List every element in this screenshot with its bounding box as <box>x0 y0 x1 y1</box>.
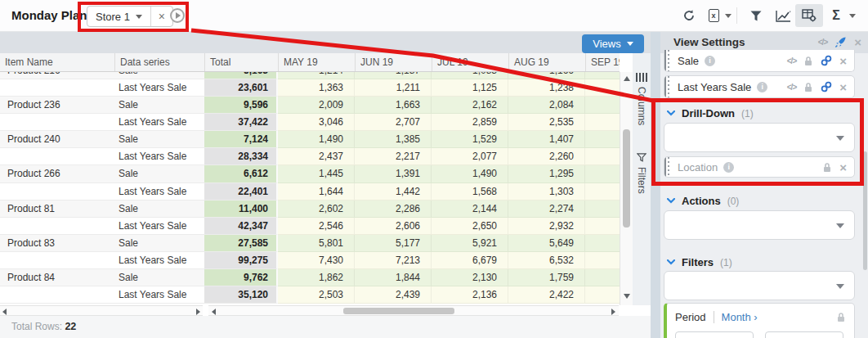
month-cell-clipped[interactable] <box>585 165 620 183</box>
month-cell[interactable]: 5,921 <box>432 235 508 252</box>
link-icon[interactable] <box>821 55 832 66</box>
column-header-total[interactable]: Total <box>204 53 278 71</box>
item-name-cell[interactable] <box>0 252 114 269</box>
month-cell[interactable]: 2,546 <box>278 218 355 235</box>
scroll-down-arrow[interactable] <box>624 294 630 299</box>
filters-dropdown[interactable] <box>664 271 855 300</box>
total-cell[interactable]: 9,596 <box>204 97 278 114</box>
tab-columns[interactable]: Columns <box>636 73 647 125</box>
month-cell[interactable]: 1,391 <box>355 165 432 183</box>
month-cell[interactable]: 1,211 <box>355 79 432 97</box>
month-cell-clipped[interactable] <box>585 79 620 97</box>
lock-icon[interactable] <box>822 162 832 173</box>
drill-down-dropdown[interactable] <box>664 123 855 152</box>
actions-dropdown[interactable] <box>664 210 855 240</box>
refresh-button[interactable] <box>679 0 699 31</box>
data-series-cell[interactable]: Last Years Sale <box>114 183 204 201</box>
month-cell[interactable]: 2,859 <box>432 114 508 131</box>
month-cell[interactable]: 2,217 <box>355 148 432 165</box>
month-cell[interactable]: 2,009 <box>278 97 355 114</box>
month-cell[interactable]: 1,844 <box>355 269 432 286</box>
item-name-cell[interactable]: Product 240 <box>0 131 114 148</box>
month-cell-clipped[interactable] <box>585 269 620 286</box>
total-cell[interactable]: 99,275 <box>204 252 278 269</box>
data-series-cell[interactable]: Last Years Sale <box>114 114 204 131</box>
lock-icon[interactable] <box>803 82 813 92</box>
lock-icon[interactable] <box>836 312 846 322</box>
field-last-years-sale[interactable]: Last Years Sale i </> × <box>664 75 855 98</box>
total-cell[interactable]: 23,601 <box>204 79 278 97</box>
close-icon[interactable]: × <box>854 36 861 48</box>
month-cell-clipped[interactable] <box>585 218 620 235</box>
month-cell[interactable]: 2,136 <box>432 286 508 304</box>
data-series-cell[interactable]: Sale <box>114 97 204 114</box>
item-name-cell[interactable] <box>0 218 114 235</box>
horizontal-scrollbar-frozen[interactable] <box>0 305 203 316</box>
field-sale[interactable]: Sale i </> × <box>664 50 855 72</box>
scroll-left-arrow[interactable] <box>212 309 216 315</box>
drag-handle-icon[interactable] <box>664 76 672 97</box>
remove-icon[interactable]: × <box>839 161 847 174</box>
filter-period[interactable]: Period Month › -5 12 <box>664 303 855 338</box>
month-cell-clipped[interactable] <box>585 235 620 252</box>
month-cell[interactable]: 1,125 <box>432 79 508 97</box>
month-cell-clipped[interactable] <box>585 148 620 165</box>
month-cell-clipped[interactable] <box>585 201 620 218</box>
item-name-cell[interactable]: Product 216 <box>0 72 114 79</box>
month-cell[interactable]: 2,439 <box>355 286 432 304</box>
month-cell[interactable]: 1,442 <box>355 183 432 201</box>
panel-edge[interactable] <box>651 31 660 338</box>
month-cell-clipped[interactable] <box>585 286 620 304</box>
month-cell[interactable]: 2,606 <box>355 218 432 235</box>
total-cell[interactable]: 22,401 <box>204 183 278 201</box>
table-settings-button[interactable] <box>795 4 823 27</box>
month-cell[interactable]: 2,422 <box>508 286 585 304</box>
drill-down-item-location[interactable]: Location i × <box>664 156 855 178</box>
total-cell[interactable]: 11,400 <box>204 201 278 218</box>
aggregate-menu-caret[interactable] <box>847 0 858 31</box>
month-cell[interactable]: 1,644 <box>278 183 355 201</box>
scrollbar-thumb[interactable] <box>623 129 630 228</box>
month-cell[interactable]: 2,260 <box>508 148 585 165</box>
section-actions[interactable]: Actions (0) <box>667 195 739 207</box>
remove-icon[interactable]: × <box>839 81 847 93</box>
month-cell[interactable]: 7,430 <box>278 252 355 269</box>
column-header-aug-19[interactable]: AUG 19 <box>508 53 585 71</box>
month-cell[interactable]: 7,213 <box>355 252 432 269</box>
month-cell[interactable]: 1,166 <box>508 72 585 79</box>
vertical-scrollbar[interactable] <box>620 72 633 305</box>
scroll-right-arrow[interactable] <box>611 309 615 315</box>
month-cell[interactable]: 6,532 <box>508 252 585 269</box>
month-cell[interactable]: 1,529 <box>432 131 508 148</box>
info-icon[interactable]: i <box>723 162 734 173</box>
total-cell[interactable]: 5,163 <box>204 72 278 79</box>
column-header-item-name[interactable]: Item Name <box>0 53 114 71</box>
total-cell[interactable]: 42,347 <box>204 218 278 235</box>
export-excel-button[interactable]: x <box>705 0 723 31</box>
views-button[interactable]: Views <box>582 34 644 53</box>
month-cell[interactable]: 5,177 <box>355 235 432 252</box>
month-cell[interactable]: 1,759 <box>508 269 585 286</box>
month-cell[interactable]: 2,130 <box>432 269 508 286</box>
month-cell-clipped[interactable] <box>585 72 620 79</box>
tab-filters[interactable]: Filters <box>636 153 647 194</box>
data-series-cell[interactable]: Sale <box>114 131 204 148</box>
month-cell[interactable]: 1,295 <box>508 165 585 183</box>
data-series-cell[interactable]: Sale <box>114 165 204 183</box>
lock-icon[interactable] <box>803 56 813 66</box>
month-cell[interactable]: 1,862 <box>278 269 355 286</box>
total-cell[interactable]: 9,762 <box>204 269 278 286</box>
item-name-cell[interactable]: Product 266 <box>0 165 114 183</box>
month-cell[interactable]: 1,407 <box>508 131 585 148</box>
month-cell[interactable]: 2,084 <box>508 97 585 114</box>
item-name-cell[interactable] <box>0 79 114 97</box>
month-cell[interactable]: 5,649 <box>508 235 585 252</box>
month-cell[interactable]: 6,679 <box>432 252 508 269</box>
column-header-data-series[interactable]: Data series <box>114 53 204 71</box>
store-dropdown-button[interactable]: Store 1 <box>87 7 150 26</box>
link-icon[interactable] <box>821 81 832 92</box>
item-name-cell[interactable] <box>0 183 114 201</box>
period-from-input[interactable]: -5 <box>675 331 754 338</box>
month-cell[interactable]: 1,490 <box>278 131 355 148</box>
play-button[interactable] <box>170 8 185 23</box>
